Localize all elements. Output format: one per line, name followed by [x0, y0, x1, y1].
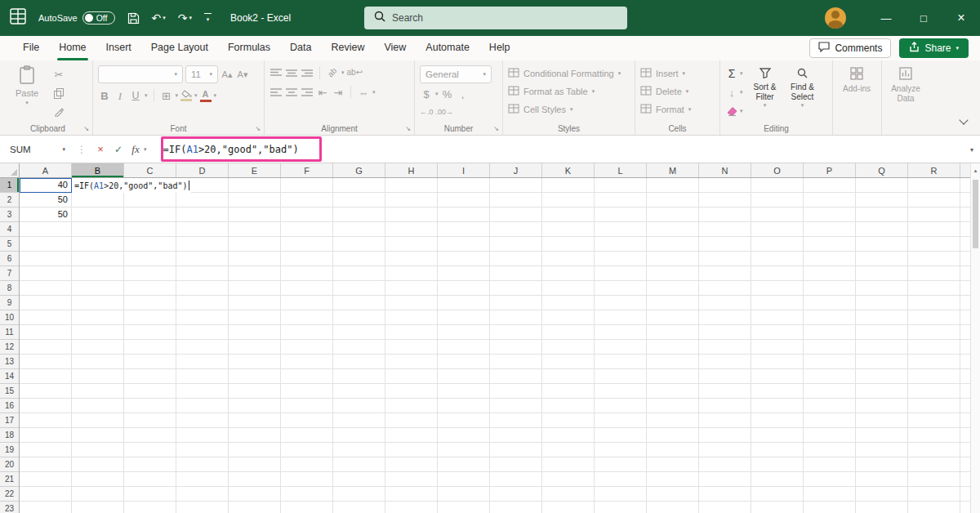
wrap-text-icon[interactable]: ab↩ — [347, 65, 363, 80]
align-left-icon[interactable] — [270, 85, 283, 100]
styles-menu-item[interactable]: Cell Styles ▾ — [508, 101, 630, 118]
font-color-icon[interactable]: A — [200, 90, 212, 102]
cells-menu-item[interactable]: Format ▾ — [640, 101, 715, 118]
italic-icon[interactable]: I — [114, 88, 127, 103]
menu-tab[interactable]: Formulas — [218, 36, 280, 60]
align-middle-icon[interactable] — [285, 65, 298, 80]
font-size-select[interactable]: 11▾ — [185, 65, 218, 83]
autosave-switch[interactable]: Off — [82, 11, 115, 25]
menu-tab[interactable]: File — [13, 36, 49, 60]
name-box[interactable]: SUM ▾ — [0, 136, 72, 163]
row-header[interactable]: 14 — [0, 369, 19, 384]
row-header[interactable]: 2 — [0, 193, 19, 207]
grid-cell-A2[interactable]: 50 — [20, 193, 71, 207]
row-header[interactable]: 7 — [0, 266, 19, 281]
merge-center-icon[interactable]: ⇔ — [357, 85, 370, 100]
number-format-select[interactable]: General▾ — [420, 65, 492, 83]
styles-menu-item[interactable]: Format as Table ▾ — [508, 83, 630, 100]
undo-caret-icon[interactable]: ▾ — [163, 15, 166, 21]
font-dialog-launcher[interactable]: ↘ — [255, 125, 261, 132]
search-box[interactable] — [364, 7, 627, 29]
row-header[interactable]: 6 — [0, 252, 19, 266]
row-header[interactable]: 1 — [0, 178, 19, 193]
name-box-splitter[interactable]: ⋮ — [72, 144, 91, 155]
redo-icon[interactable]: ↷▾ — [178, 11, 192, 25]
cut-icon[interactable]: ✂ — [52, 67, 65, 82]
close-button[interactable]: × — [942, 0, 980, 36]
name-box-caret-icon[interactable]: ▾ — [62, 146, 65, 153]
column-header[interactable]: G — [333, 163, 385, 177]
row-header[interactable]: 8 — [0, 281, 19, 296]
menu-tab[interactable]: Data — [280, 36, 321, 60]
function-caret-icon[interactable]: ▾ — [144, 146, 147, 153]
clipboard-dialog-launcher[interactable]: ↘ — [83, 125, 89, 132]
number-dialog-launcher[interactable]: ↘ — [493, 125, 499, 132]
increase-decimal-icon[interactable]: ←.0 — [420, 105, 434, 119]
orientation-icon[interactable]: ab — [323, 63, 342, 83]
align-bottom-icon[interactable] — [301, 65, 314, 80]
column-header[interactable]: H — [385, 163, 438, 177]
column-header[interactable]: F — [281, 163, 333, 177]
quick-access-toolbar-icon[interactable]: ▾ — [204, 13, 212, 23]
row-header[interactable]: 22 — [0, 487, 19, 502]
column-header[interactable]: C — [124, 163, 176, 177]
row-header[interactable]: 19 — [0, 443, 19, 457]
row-header[interactable]: 20 — [0, 457, 19, 472]
grow-font-icon[interactable]: A▴ — [220, 67, 234, 82]
borders-icon[interactable]: ⊞ — [160, 88, 173, 103]
row-header[interactable]: 3 — [0, 207, 19, 222]
save-icon[interactable] — [127, 12, 140, 25]
percent-style-icon[interactable]: % — [441, 87, 454, 101]
row-header[interactable]: 23 — [0, 502, 19, 513]
column-header[interactable]: I — [438, 163, 490, 177]
comments-button[interactable]: Comments — [809, 38, 891, 58]
row-header[interactable]: 13 — [0, 355, 19, 369]
alignment-dialog-launcher[interactable]: ↘ — [405, 125, 411, 132]
column-header[interactable]: M — [647, 163, 699, 177]
column-header[interactable]: L — [595, 163, 647, 177]
align-top-icon[interactable] — [270, 65, 283, 80]
menu-tab[interactable]: Automate — [416, 36, 479, 60]
column-header[interactable]: R — [908, 163, 960, 177]
fill-color-icon[interactable] — [180, 90, 192, 101]
menu-tab[interactable]: Review — [321, 36, 374, 60]
column-header[interactable]: Q — [856, 163, 908, 177]
vertical-scrollbar[interactable]: ▴ — [970, 163, 980, 513]
analyze-data-button[interactable]: Analyze Data — [887, 65, 924, 103]
row-header[interactable]: 10 — [0, 310, 19, 325]
menu-tab[interactable]: Home — [49, 36, 96, 60]
row-header[interactable]: 5 — [0, 237, 19, 252]
share-button[interactable]: Share ▾ — [899, 38, 969, 58]
decrease-indent-icon[interactable]: ⇤ — [316, 85, 329, 100]
cells-menu-item[interactable]: Insert ▾ — [640, 65, 715, 82]
column-header[interactable]: N — [699, 163, 751, 177]
comma-style-icon[interactable]: , — [457, 87, 470, 101]
insert-function-icon[interactable]: fx — [127, 143, 144, 156]
edit-cell[interactable]: =IF(A1>20,"good","bad") — [72, 178, 191, 193]
row-header[interactable]: 18 — [0, 428, 19, 443]
menu-tab[interactable]: Page Layout — [141, 36, 218, 60]
select-all-corner[interactable] — [0, 163, 20, 178]
align-center-icon[interactable] — [285, 85, 298, 100]
column-header[interactable]: A — [20, 163, 72, 177]
underline-icon[interactable]: U — [129, 88, 142, 103]
add-ins-button[interactable]: Add-ins — [838, 65, 875, 94]
row-header[interactable]: 4 — [0, 222, 19, 237]
row-header[interactable]: 16 — [0, 399, 19, 413]
column-header[interactable]: K — [542, 163, 595, 177]
scrollbar-thumb[interactable] — [973, 180, 978, 248]
formula-input[interactable]: =IF(A1>20,"good","bad") — [149, 144, 980, 155]
fill-icon[interactable]: ↓ — [725, 85, 738, 100]
minimize-button[interactable]: — — [867, 0, 905, 36]
font-name-select[interactable]: ▾ — [98, 65, 183, 83]
undo-icon[interactable]: ↶▾ — [152, 11, 166, 25]
column-header[interactable]: O — [751, 163, 804, 177]
row-header[interactable]: 17 — [0, 413, 19, 428]
sort-filter-button[interactable]: Sort & Filter ▾ — [746, 65, 784, 122]
column-header[interactable]: E — [229, 163, 281, 177]
column-header[interactable]: D — [176, 163, 229, 177]
grid-cells[interactable]: =IF(A1>20,"good","bad") 405050 — [20, 178, 970, 513]
grid-cell-A3[interactable]: 50 — [20, 207, 71, 221]
paste-button[interactable]: Paste ▾ — [8, 65, 46, 122]
row-header[interactable]: 12 — [0, 340, 19, 355]
